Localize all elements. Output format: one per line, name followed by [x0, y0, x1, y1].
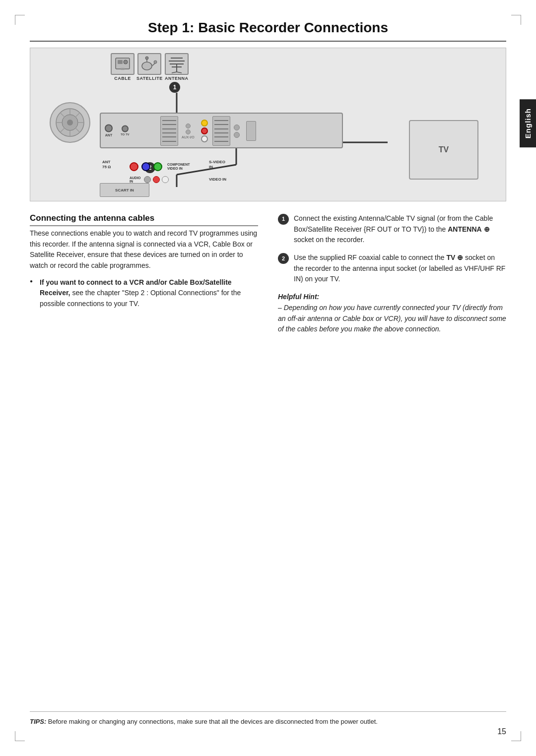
cable-icon-box: CABLE: [111, 53, 134, 81]
left-device: [43, 100, 97, 145]
antenna-label: ANTENNA: [165, 76, 189, 81]
text-area: Connecting the antenna cables These conn…: [30, 213, 506, 335]
step-num-1-diagram: 1: [169, 82, 180, 93]
tv-label-bold: TV: [446, 253, 455, 261]
hint-body: – Depending on how you have currently co…: [278, 304, 506, 333]
antenna-icon: [165, 53, 189, 75]
icon-row: CABLE SATELLITE: [110, 53, 190, 81]
tv-device: TV: [409, 120, 478, 180]
section-heading: Connecting the antenna cables: [30, 213, 258, 226]
hint-title: Helpful Hint:: [278, 293, 319, 301]
bottom-connections: ANT 75 Ω COMPONENTVIDEO IN S-VIDEO IN: [100, 157, 343, 197]
tips-bar: TIPS: Before making or changing any conn…: [30, 711, 506, 727]
cable-icon: [111, 53, 134, 75]
corner-mark-tr: [511, 15, 521, 25]
body-text: These connections enable you to watch an…: [30, 228, 258, 271]
helpful-hint: Helpful Hint: – Depending on how you hav…: [278, 292, 506, 335]
svg-point-6: [145, 57, 148, 60]
svg-point-4: [142, 62, 152, 70]
language-tab: English: [520, 99, 536, 147]
step-1-text: Connect the existing Antenna/Cable TV si…: [294, 213, 506, 246]
corner-mark-bl: [15, 731, 25, 741]
svg-point-2: [124, 60, 128, 64]
cable-label: CABLE: [114, 76, 131, 81]
diagram-inner: CABLE SATELLITE: [30, 48, 506, 201]
tips-text: Before making or changing any connection…: [48, 718, 378, 725]
svg-rect-1: [118, 60, 123, 64]
step-2-text: Use the supplied RF coaxial cable to con…: [294, 252, 506, 285]
col-left: Connecting the antenna cables These conn…: [30, 213, 258, 335]
antenna-symbol: ⊕: [484, 225, 490, 233]
satellite-icon-box: SATELLITE: [136, 53, 163, 81]
main-content: Step 1: Basic Recorder Connections CA: [30, 0, 506, 335]
svg-point-24: [67, 120, 73, 126]
tips-label: TIPS:: [30, 718, 46, 725]
recorder-body: AUX·I/O: [100, 113, 343, 148]
antenna-icon-box: ANTENNA: [165, 53, 189, 81]
svg-line-14: [172, 72, 177, 73]
step-1-num: 1: [278, 214, 289, 225]
corner-mark-tl: [15, 15, 25, 25]
step-1: 1 Connect the existing Antenna/Cable TV …: [278, 213, 506, 246]
satellite-icon: [137, 53, 161, 75]
step-2-num: 2: [278, 253, 289, 264]
page-title: Step 1: Basic Recorder Connections: [30, 20, 506, 42]
diagram-area: CABLE SATELLITE: [30, 48, 506, 201]
bullet-item: If you want to connect to a VCR and/or C…: [30, 277, 258, 310]
tv-symbol: ⊕: [457, 253, 463, 261]
col-right: 1 Connect the existing Antenna/Cable TV …: [278, 213, 506, 335]
svg-point-8: [154, 61, 157, 63]
corner-mark-br: [511, 731, 521, 741]
page-number: 15: [497, 727, 506, 736]
satellite-label: SATELLITE: [136, 76, 163, 81]
step-2: 2 Use the supplied RF coaxial cable to c…: [278, 252, 506, 285]
svg-line-15: [177, 72, 182, 73]
svg-rect-3: [121, 68, 125, 70]
antenna-label-bold: ANTENNA: [448, 225, 481, 233]
